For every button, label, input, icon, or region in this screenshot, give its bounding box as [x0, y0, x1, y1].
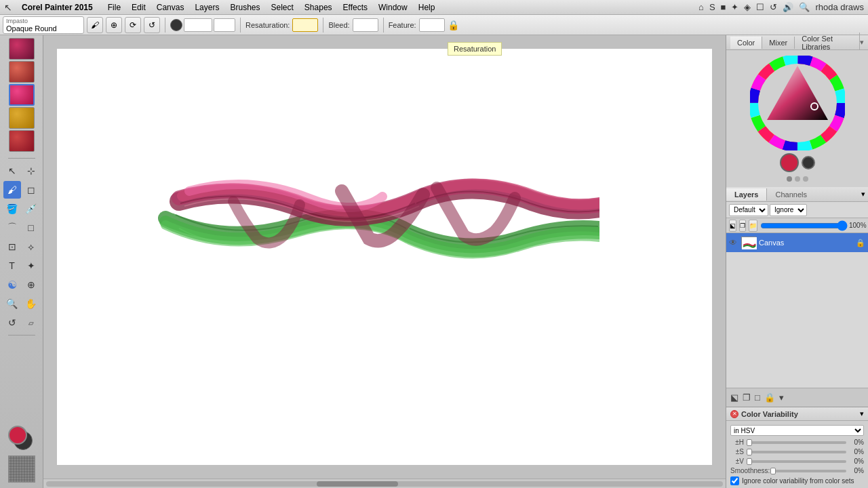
color-var-header: ✕ Color Variability ▾ [726, 407, 868, 421]
tool-pointer[interactable]: ✦ [22, 257, 40, 274]
tool-perspective[interactable]: ⟡ [22, 238, 40, 256]
tool-brush[interactable]: 🖌 [3, 181, 21, 199]
bleed-input[interactable]: 32% [353, 18, 378, 32]
layer-icon-btn-3[interactable]: 📁 [749, 220, 757, 232]
menu-window[interactable]: Window [373, 1, 413, 14]
layer-row-canvas[interactable]: 👁 Canvas 🔒 [726, 233, 868, 252]
brush-restore-btn[interactable]: ↺ [144, 17, 160, 33]
tool-text[interactable]: T [3, 257, 21, 274]
composite-dropdown[interactable]: Ignore [770, 204, 807, 216]
layer-lock-icon[interactable]: 🔒 [856, 239, 865, 247]
layers-expand-btn[interactable]: ▾ [861, 190, 865, 199]
cv-smoothness-slider[interactable] [770, 470, 846, 472]
menu-help[interactable]: Help [413, 1, 441, 14]
brush-controls-btn[interactable]: ⊕ [106, 17, 122, 33]
menu-layers[interactable]: Layers [189, 1, 224, 14]
tool-zoom[interactable]: 🔍 [3, 295, 21, 312]
tab-layers[interactable]: Layers [726, 188, 767, 201]
cv-smoothness-value: 0% [849, 467, 864, 474]
tool-lasso[interactable]: ⌒ [3, 219, 21, 237]
menubar-icon-1: ⌂ [698, 2, 704, 12]
apple-menu[interactable]: ↖ [4, 2, 12, 13]
menu-brushes[interactable]: Brushes [224, 1, 265, 14]
svg-rect-10 [742, 237, 757, 249]
cv-smoothness-label: Smoothness: [730, 467, 768, 474]
cv-v-row: ±V 0% [730, 458, 864, 465]
preset-swatch-4[interactable] [9, 107, 35, 129]
cv-h-value: 0% [849, 439, 864, 446]
swatch-red[interactable] [780, 153, 799, 172]
canvas-surface[interactable] [57, 49, 712, 465]
layer-icon-btn-2[interactable]: ❐ [739, 220, 746, 232]
left-toolbar-sep-1 [8, 158, 35, 159]
tool-bucket[interactable]: 🪣 [3, 200, 21, 218]
menu-effects[interactable]: Effects [338, 1, 373, 14]
menu-file[interactable]: File [102, 1, 126, 14]
preset-swatch-1[interactable] [9, 38, 35, 60]
color-var-close-btn[interactable]: ✕ [730, 410, 738, 418]
layers-bottom-btn-3[interactable]: □ [755, 392, 760, 403]
menu-select[interactable]: Select [266, 1, 299, 14]
tool-group-1: ↖ ⊹ [3, 162, 40, 180]
brush-selector[interactable]: Impasto Opaque Round [3, 16, 84, 34]
layers-bottom-btn-1[interactable]: ⬕ [730, 392, 738, 403]
tab-mixer[interactable]: Mixer [762, 37, 795, 49]
layers-bottom-btn-4[interactable]: 🔒 [764, 392, 775, 403]
horizontal-scrollbar[interactable] [43, 479, 726, 488]
opacity-slider[interactable] [760, 221, 848, 230]
preset-swatch-5[interactable] [9, 130, 35, 152]
layers-bottom-btn-5[interactable]: ▾ [779, 392, 784, 403]
lock-btn[interactable]: 🔒 [448, 20, 459, 30]
layer-icon-btn-1[interactable]: ⬕ [729, 220, 736, 232]
tool-blend[interactable]: ☯ [3, 276, 21, 293]
tool-pan[interactable]: ✋ [22, 295, 40, 312]
tool-shape[interactable]: □ [22, 219, 40, 237]
cv-ignore-checkbox[interactable] [730, 476, 739, 485]
tool-crop[interactable]: ⊡ [3, 238, 21, 256]
swatch-dark[interactable] [802, 156, 815, 169]
preset-swatch-3[interactable] [9, 84, 35, 106]
color-var-body: in HSV ±H 0% ±S 0% ±V [726, 421, 868, 488]
brush-library-btn[interactable]: 🖌 [87, 17, 103, 33]
color-var-expand[interactable]: ▾ [860, 409, 864, 418]
foreground-color[interactable] [8, 426, 27, 445]
tab-color-set-libraries[interactable]: Color Set Libraries [795, 33, 860, 53]
paper-texture-preview[interactable] [8, 455, 35, 483]
color-var-mode-dropdown[interactable]: in HSV [730, 425, 864, 436]
scrollbar-thumb[interactable] [317, 481, 398, 487]
cv-v-slider[interactable] [747, 460, 846, 463]
layers-bottom-btn-2[interactable]: ❐ [743, 392, 751, 403]
tool-select[interactable]: ↖ [3, 162, 21, 180]
left-toolbar: ↖ ⊹ 🖌 ◻ 🪣 💉 ⌒ □ ⊡ ⟡ T ✦ ☯ ⊕ 🔍 ✋ [0, 35, 43, 488]
color-dots [787, 176, 808, 182]
size-preview-dot [170, 19, 182, 31]
menu-shapes[interactable]: Shapes [299, 1, 338, 14]
tool-mirror[interactable]: ▱ [22, 314, 40, 331]
menu-edit[interactable]: Edit [126, 1, 151, 14]
cv-h-slider[interactable] [747, 441, 846, 444]
tool-eraser[interactable]: ◻ [22, 181, 40, 199]
tab-channels[interactable]: Channels [767, 188, 814, 201]
tab-color[interactable]: Color [730, 37, 762, 49]
color-circles[interactable] [8, 426, 35, 453]
feature-input[interactable]: 3.0 [419, 18, 445, 32]
resaturation-input[interactable]: 99% [292, 18, 318, 32]
app-name: Corel Painter 2015 [22, 3, 93, 12]
cv-s-slider[interactable] [747, 451, 846, 453]
menubar-icon-9: 🔍 [799, 2, 810, 12]
menu-canvas[interactable]: Canvas [151, 1, 190, 14]
tool-clone[interactable]: ⊕ [22, 276, 40, 293]
brush-calibrate-btn[interactable]: ⟳ [125, 17, 141, 33]
tool-transform[interactable]: ⊹ [22, 162, 40, 180]
tool-eyedropper[interactable]: 💉 [22, 200, 40, 218]
blend-mode-dropdown[interactable]: Default [729, 204, 768, 216]
tool-group-5: ⊡ ⟡ [3, 238, 40, 256]
size-pct-input[interactable]: 3% [214, 18, 235, 32]
layer-visibility-icon[interactable]: 👁 [729, 238, 738, 247]
preset-swatch-2[interactable] [9, 61, 35, 83]
color-panel-collapse[interactable]: ▾ [860, 38, 864, 47]
size-input[interactable]: 45.0 [184, 18, 212, 32]
color-dot-3 [803, 176, 808, 182]
tool-rotate[interactable]: ↺ [3, 314, 21, 331]
menubar-icon-3: ■ [721, 2, 726, 12]
